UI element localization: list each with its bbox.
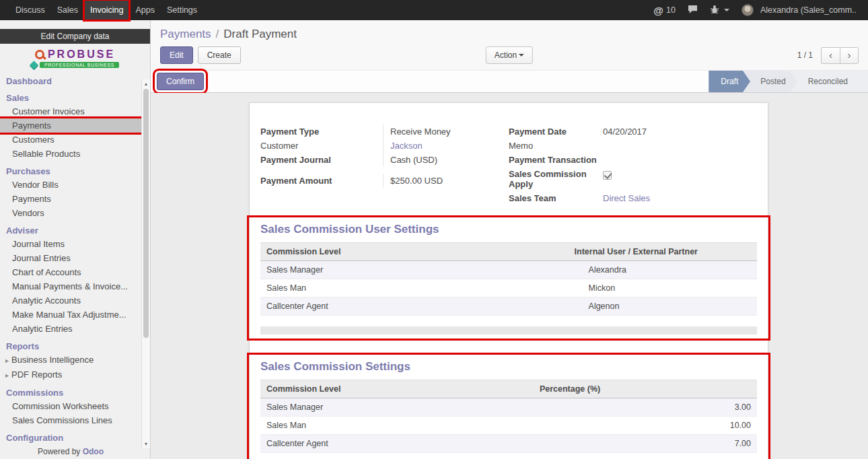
nav-item-discuss[interactable]: Discuss bbox=[9, 0, 51, 20]
sidebar-item-analytic-entries[interactable]: Analytic Entries bbox=[0, 322, 141, 336]
commission-settings-row-sales-manager[interactable]: Sales Manager 3.00 bbox=[260, 398, 757, 417]
action-dropdown[interactable]: Action bbox=[486, 46, 533, 64]
create-button[interactable]: Create bbox=[198, 46, 241, 64]
sidebar-item-manual-payments[interactable]: Manual Payments & Invoice... bbox=[0, 279, 141, 293]
sidebar-item-sellable-products[interactable]: Sellable Products bbox=[0, 147, 141, 161]
sales-team-link[interactable]: Direct Sales bbox=[603, 193, 650, 203]
field-value-payment-date: 04/20/2017 bbox=[603, 125, 757, 139]
column-header-internal-user[interactable]: Internal User / External Partner bbox=[569, 243, 757, 260]
sidebar-item-customer-invoices[interactable]: Customer Invoices bbox=[0, 104, 141, 118]
user-settings-row-callcenter-agent[interactable]: Callcenter Agent Algenon bbox=[260, 297, 757, 316]
edit-button[interactable]: Edit bbox=[160, 46, 193, 64]
status-steps: Draft Posted Reconciled bbox=[709, 71, 868, 92]
nav-item-invoicing[interactable]: Invoicing bbox=[84, 0, 129, 20]
sidebar-section-commissions[interactable]: Commissions bbox=[0, 386, 141, 399]
edit-company-data-button[interactable]: Edit Company data bbox=[0, 29, 150, 44]
systray: @ 10 Alexandra (Sales_comm.. bbox=[647, 0, 868, 20]
form-spacer bbox=[260, 167, 509, 174]
field-value-payment-type: Receive Money bbox=[383, 125, 509, 139]
sidebar-item-vendors[interactable]: Vendors bbox=[0, 206, 141, 220]
commission-settings-header-row: Commission Level Percentage (%) bbox=[260, 380, 757, 398]
activity-count: 10 bbox=[666, 5, 676, 15]
sidebar-item-payments-purchases[interactable]: Payments bbox=[0, 192, 141, 206]
top-navbar: Discuss Sales Invoicing Apps Settings @ … bbox=[0, 0, 868, 20]
messages-button[interactable] bbox=[682, 0, 704, 20]
user-settings-row-sales-man[interactable]: Sales Man Mickon bbox=[260, 279, 757, 297]
cell-commission-level: Sales Manager bbox=[260, 398, 534, 416]
column-header-commission-level[interactable]: Commission Level bbox=[260, 380, 534, 398]
commission-settings-title: Sales Commission Settings bbox=[260, 360, 757, 374]
sidebar-item-label: PDF Reports bbox=[11, 369, 62, 380]
powered-by: Powered by Odoo bbox=[0, 446, 141, 458]
sidebar-item-manual-tax-adjustment[interactable]: Make Manual Tax Adjustme... bbox=[0, 308, 141, 322]
sidebar-section-sales[interactable]: Sales bbox=[0, 91, 141, 104]
activities-button[interactable]: @ 10 bbox=[647, 0, 682, 20]
activity-icon: @ bbox=[653, 5, 663, 16]
user-menu[interactable]: Alexandra (Sales_comm.. bbox=[735, 0, 863, 20]
sidebar-item-commission-worksheets[interactable]: Commission Worksheets bbox=[0, 399, 141, 413]
status-step-draft[interactable]: Draft bbox=[709, 71, 750, 92]
user-settings-row-sales-manager[interactable]: Sales Manager Alexandra bbox=[260, 261, 757, 279]
sidebar-item-journal-items[interactable]: Journal Items bbox=[0, 237, 141, 251]
cell-commission-level: Sales Man bbox=[260, 279, 569, 297]
sidebar-section-purchases[interactable]: Purchases bbox=[0, 164, 141, 178]
scroll-up-arrow-icon[interactable] bbox=[142, 79, 150, 88]
nav-item-apps[interactable]: Apps bbox=[129, 0, 161, 20]
sidebar-item-payments[interactable]: Payments bbox=[0, 118, 141, 133]
cell-commission-level: Callcenter Agent bbox=[260, 297, 569, 315]
cell-user: Algenon bbox=[569, 297, 757, 315]
sidebar-item-vendor-bills[interactable]: Vendor Bills bbox=[0, 178, 141, 192]
odoo-link[interactable]: Odoo bbox=[83, 447, 104, 456]
nav-item-settings[interactable]: Settings bbox=[161, 0, 203, 20]
user-settings-header-row: Commission Level Internal User / Externa… bbox=[260, 242, 757, 261]
sales-commission-apply-checkbox[interactable] bbox=[603, 171, 612, 180]
field-label-payment-amount: Payment Amount bbox=[260, 174, 383, 188]
user-avatar bbox=[742, 4, 754, 16]
caret-down-icon bbox=[724, 9, 729, 11]
field-value-memo bbox=[603, 139, 757, 152]
sidebar-scrollbar bbox=[141, 79, 150, 448]
sidebar-item-label: Business Intelligence bbox=[11, 355, 94, 365]
scroll-down-arrow-icon[interactable] bbox=[142, 439, 150, 448]
form-right-column: Payment Date 04/20/2017 Memo Payment Tra… bbox=[509, 125, 757, 205]
breadcrumb-payments-link[interactable]: Payments bbox=[160, 28, 211, 40]
status-step-posted[interactable]: Posted bbox=[743, 71, 797, 92]
company-logo[interactable]: PROBUSE PROFESSIONAL BUSINESS bbox=[0, 44, 150, 71]
debug-menu-button[interactable] bbox=[704, 0, 735, 20]
user-settings-table: Commission Level Internal User / Externa… bbox=[260, 242, 757, 316]
payment-form-sheet: Payment Type Receive Money Customer Jack… bbox=[249, 102, 768, 459]
commission-settings-row-callcenter-agent[interactable]: Callcenter Agent 7.00 bbox=[260, 435, 757, 453]
status-step-reconciled[interactable]: Reconciled bbox=[791, 71, 868, 92]
confirm-button[interactable]: Confirm bbox=[157, 73, 204, 90]
sidebar-item-customers[interactable]: Customers bbox=[0, 133, 141, 147]
scrollbar-thumb[interactable] bbox=[143, 89, 149, 338]
sidebar-section-reports[interactable]: Reports bbox=[0, 339, 141, 353]
nav-item-sales[interactable]: Sales bbox=[51, 0, 84, 20]
cell-percentage: 3.00 bbox=[534, 398, 757, 416]
sidebar-section-dashboard[interactable]: Dashboard bbox=[0, 74, 141, 87]
breadcrumb: Payments/Draft Payment bbox=[151, 20, 868, 43]
sidebar-section-configuration[interactable]: Configuration bbox=[0, 431, 141, 444]
sidebar-section-adviser[interactable]: Adviser bbox=[0, 223, 141, 237]
commission-settings-annotation-box: Sales Commission Settings Commission Lev… bbox=[249, 355, 768, 459]
cell-commission-level: Sales Man bbox=[260, 417, 534, 434]
commission-settings-row-sales-man[interactable]: Sales Man 10.00 bbox=[260, 417, 757, 435]
column-header-percentage[interactable]: Percentage (%) bbox=[534, 380, 757, 398]
bug-icon bbox=[710, 5, 719, 16]
action-dropdown-label: Action bbox=[495, 50, 517, 60]
cell-commission-level: Callcenter Agent bbox=[260, 435, 534, 452]
table-footer-strip bbox=[260, 326, 757, 334]
customer-link[interactable]: Jackson bbox=[390, 141, 423, 151]
sidebar-item-business-intelligence[interactable]: Business Intelligence bbox=[0, 353, 141, 367]
sidebar-item-sales-commissions-lines[interactable]: Sales Commissions Lines bbox=[0, 413, 141, 427]
sidebar-item-analytic-accounts[interactable]: Analytic Accounts bbox=[0, 293, 141, 308]
field-value-payment-transaction bbox=[603, 153, 757, 166]
sidebar-item-pdf-reports[interactable]: PDF Reports bbox=[0, 367, 141, 382]
pager-next-button[interactable] bbox=[840, 47, 859, 64]
sidebar-item-journal-entries[interactable]: Journal Entries bbox=[0, 251, 141, 265]
content-area: Payment Type Receive Money Customer Jack… bbox=[151, 93, 868, 459]
pager-previous-button[interactable] bbox=[821, 47, 840, 64]
sidebar-item-chart-of-accounts[interactable]: Chart of Accounts bbox=[0, 265, 141, 279]
column-header-commission-level[interactable]: Commission Level bbox=[260, 243, 569, 260]
user-settings-annotation-box: Sales Commission User Settings Commissio… bbox=[249, 217, 768, 339]
